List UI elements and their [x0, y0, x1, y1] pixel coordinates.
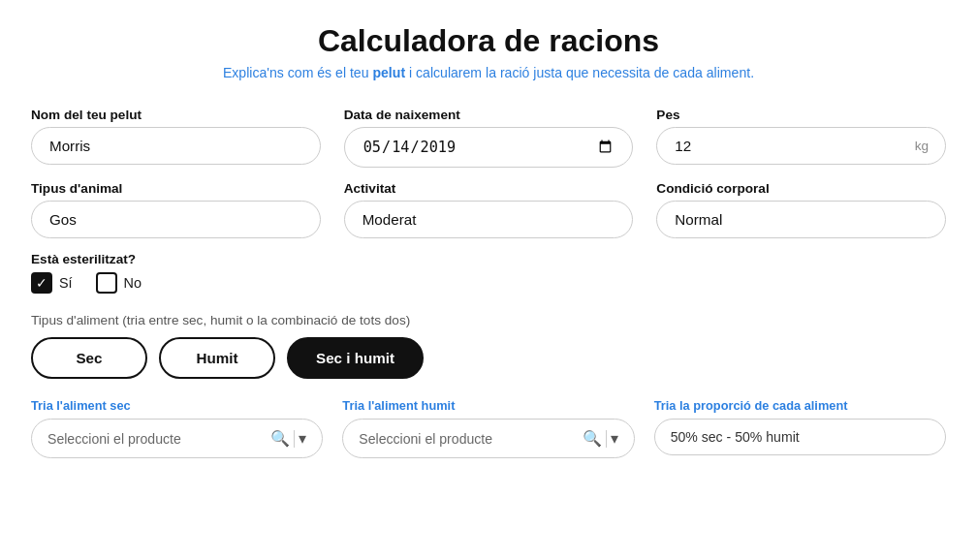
data-input[interactable] — [344, 127, 634, 168]
food-type-section: Tipus d'aliment (tria entre sec, humit o… — [31, 313, 946, 379]
sec-placeholder: Seleccioni el producte — [47, 431, 181, 447]
sterilized-options: ✓ Sí No — [31, 272, 946, 294]
sterilized-section: Està esterilitzat? ✓ Sí No — [31, 252, 946, 294]
food-btn-humit[interactable]: Humit — [159, 337, 275, 379]
humit-product-label: Tria l'aliment humit — [342, 398, 634, 413]
check-icon: ✓ — [36, 276, 47, 290]
pes-wrapper: kg — [656, 127, 946, 165]
proporcio-select[interactable]: 50% sec - 50% humit — [654, 419, 946, 455]
animal-input[interactable] — [31, 201, 321, 238]
humit-placeholder: Seleccioni el producte — [359, 431, 492, 447]
product-proporcio-col: Tria la proporció de cada aliment 50% se… — [654, 398, 946, 458]
product-humit-col: Tria l'aliment humit Seleccioni el produ… — [342, 398, 634, 458]
sterilized-si-option[interactable]: ✓ Sí — [31, 272, 73, 294]
row-1: Nom del teu pelut Data de naixement Pes … — [31, 108, 946, 168]
search-icon: 🔍 — [270, 429, 290, 448]
col-pes: Pes kg — [656, 108, 946, 165]
activitat-input[interactable] — [344, 201, 634, 238]
divider — [606, 430, 607, 448]
chevron-down-icon: ▾ — [299, 429, 306, 448]
col-animal: Tipus d'animal — [31, 181, 321, 238]
si-label: Sí — [59, 275, 73, 291]
product-sec-col: Tria l'aliment sec Seleccioni el product… — [31, 398, 323, 458]
food-type-buttons: Sec Humit Sec i humit — [31, 337, 946, 379]
proporcio-label: Tria la proporció de cada aliment — [654, 398, 946, 413]
sterilized-no-option[interactable]: No — [96, 272, 142, 294]
humit-product-select[interactable]: Seleccioni el producte 🔍 ▾ — [342, 419, 634, 458]
page-subtitle: Explica'ns com és el teu pelut i calcula… — [31, 65, 946, 80]
activitat-label: Activitat — [344, 181, 634, 196]
humit-select-icons: 🔍 ▾ — [583, 429, 618, 448]
search-icon: 🔍 — [583, 429, 602, 448]
product-section: Tria l'aliment sec Seleccioni el product… — [31, 398, 946, 458]
no-checkbox[interactable] — [96, 272, 117, 294]
divider — [294, 430, 295, 448]
food-btn-sec[interactable]: Sec — [31, 337, 147, 379]
condicio-label: Condició corporal — [656, 181, 946, 196]
food-btn-sec-i-humit[interactable]: Sec i humit — [287, 337, 424, 379]
pes-label: Pes — [656, 108, 946, 122]
form: Nom del teu pelut Data de naixement Pes … — [31, 108, 946, 458]
chevron-down-icon: ▾ — [611, 429, 618, 448]
nom-label: Nom del teu pelut — [31, 108, 321, 122]
page-header: Calculadora de racions Explica'ns com és… — [31, 23, 946, 80]
sterilized-label: Està esterilitzat? — [31, 252, 946, 266]
col-data: Data de naixement — [344, 108, 634, 168]
sec-select-icons: 🔍 ▾ — [270, 429, 306, 448]
si-checkbox[interactable]: ✓ — [31, 272, 52, 294]
data-label: Data de naixement — [344, 108, 634, 122]
col-nom: Nom del teu pelut — [31, 108, 321, 165]
animal-label: Tipus d'animal — [31, 181, 321, 196]
col-condicio: Condició corporal — [656, 181, 946, 238]
nom-input[interactable] — [31, 127, 321, 165]
proporcio-value: 50% sec - 50% humit — [671, 429, 800, 445]
pes-input[interactable] — [656, 127, 946, 165]
row-2: Tipus d'animal Activitat Condició corpor… — [31, 181, 946, 238]
page-title: Calculadora de racions — [31, 23, 946, 59]
sec-product-select[interactable]: Seleccioni el producte 🔍 ▾ — [31, 419, 323, 458]
condicio-input[interactable] — [656, 201, 946, 238]
col-activitat: Activitat — [344, 181, 634, 238]
sec-product-label: Tria l'aliment sec — [31, 398, 323, 413]
food-type-label: Tipus d'aliment (tria entre sec, humit o… — [31, 313, 946, 327]
no-label: No — [124, 275, 142, 291]
